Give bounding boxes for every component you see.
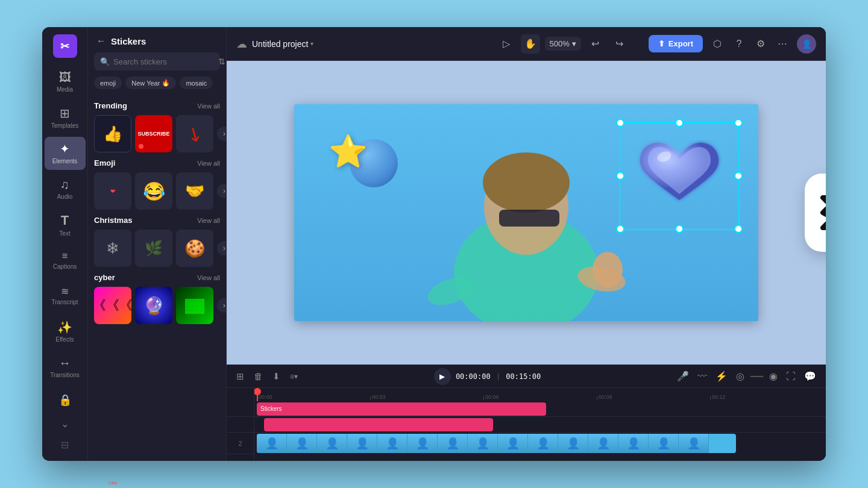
cyber-view-all[interactable]: View all [197, 274, 220, 281]
import-icon[interactable]: ⬇ [270, 369, 283, 384]
cyber-more-button[interactable]: › [217, 298, 226, 313]
sticker-gingerbread[interactable]: 🍪 [176, 230, 213, 267]
sticker-like[interactable]: 👍 Like [94, 115, 131, 152]
sidebar-label-elements: Elements [52, 158, 78, 164]
sticker-cyber1[interactable]: 《《《 [94, 287, 131, 324]
fullscreen-icon[interactable]: ⛶ [784, 369, 798, 384]
cursor-tool-button[interactable]: ▷ [497, 34, 516, 54]
sticker-feather[interactable]: ❄ [94, 230, 131, 267]
sidebar-item-media[interactable]: 🖼 Media [45, 65, 86, 98]
sticker-tree[interactable]: 🌿 [135, 230, 172, 267]
sticker-clip-1[interactable]: Stickers [257, 402, 546, 416]
comment-icon[interactable]: 💬 [802, 368, 819, 384]
video-filmstrip[interactable]: 👤 👤 👤 👤 👤 👤 👤 👤 👤 👤 👤 👤 [257, 434, 736, 453]
sticker-cyber2[interactable]: 🔮 [135, 287, 172, 324]
zoom-control[interactable]: 500% ▾ [545, 37, 581, 51]
film-frame-6: 👤 [407, 434, 438, 453]
speed-icon[interactable]: ◎ [734, 368, 747, 384]
sidebar-label-media: Media [57, 86, 73, 93]
film-frame-icon: 👤 [476, 437, 489, 450]
main-area: ☁ Untitled project ▾ ▷ ✋ 500% ▾ ↩ ↪ [227, 27, 826, 461]
grid-icon: ⊟ [61, 439, 69, 451]
export-label: Export [668, 39, 693, 48]
hand-tool-button[interactable]: ✋ [521, 34, 540, 54]
film-frame-8: 👤 [468, 434, 498, 453]
selection-border [619, 122, 740, 230]
sidebar-item-audio[interactable]: ♫ Audio [45, 172, 86, 205]
audio-wave-icon[interactable]: 〰 [695, 369, 709, 384]
logo-button[interactable]: ✂ [53, 34, 77, 58]
christmas-grid: ❄ 🌿 🍪 › [94, 230, 220, 267]
audio-eq-icon[interactable]: ⚡ [713, 368, 730, 384]
sticker-subscribe[interactable]: SUBSCRIBE [135, 115, 172, 152]
sticker-arrow[interactable]: ↘ [176, 115, 213, 152]
save-button[interactable]: ⬡ [708, 34, 727, 54]
trending-more-button[interactable]: › [217, 127, 226, 141]
emoji-more-button[interactable]: › [217, 184, 226, 198]
handle-bm[interactable] [675, 225, 684, 233]
tag-emoji[interactable]: emoji [94, 77, 122, 89]
handle-lm[interactable] [616, 172, 624, 180]
tag-newyear[interactable]: New Year 🔥 [125, 77, 176, 89]
sidebar-label-transitions: Transitions [50, 372, 80, 378]
handle-rm[interactable] [734, 172, 743, 180]
undo-button[interactable]: ↩ [586, 34, 605, 54]
christmas-more-button[interactable]: › [217, 241, 226, 255]
section-trending-header: Trending View all [94, 101, 220, 110]
sidebar-item-transitions[interactable]: ↔ Transitions [45, 351, 86, 384]
sticker-clip-2[interactable] [264, 418, 493, 431]
more-button[interactable]: ⋯ [773, 34, 792, 54]
sticker-heart-emoji[interactable]: ❤ [94, 172, 131, 210]
volume-slider[interactable]: ━━━ [750, 372, 763, 381]
user-avatar[interactable]: 👤 [797, 34, 816, 54]
sidebar-item-elements[interactable]: ✦ Elements [45, 137, 86, 170]
handle-bl[interactable] [616, 225, 624, 233]
sidebar-item-captions[interactable]: ≡ Captions [45, 243, 86, 277]
sticker-type-icon[interactable]: ≡▾ [288, 370, 300, 383]
search-input[interactable] [113, 57, 215, 66]
tag-mosaic[interactable]: mosaic [180, 77, 213, 89]
heart-sticker-container[interactable] [619, 122, 740, 230]
lock-button[interactable]: 🔒 [45, 389, 86, 412]
emoji-view-all[interactable]: View all [197, 160, 220, 167]
christmas-view-all[interactable]: View all [197, 217, 220, 224]
volume-icon[interactable]: ◉ [767, 368, 780, 384]
help-icon: ? [737, 39, 742, 49]
star-ball-sticker[interactable]: ⭐ [332, 130, 410, 196]
handle-tl[interactable] [616, 119, 624, 127]
play-button[interactable]: ▶ [434, 368, 451, 385]
sidebar-item-transcript[interactable]: ≋ Transcript [45, 279, 86, 312]
timeline-playhead[interactable] [257, 388, 258, 401]
handle-tr[interactable] [734, 119, 743, 127]
sidebar-item-templates[interactable]: ⊞ Templates [45, 101, 86, 134]
film-frame-icon: 👤 [627, 437, 640, 450]
sticker-cyber3[interactable]: ▓▓ [176, 287, 213, 324]
sidebar-label-captions: Captions [53, 263, 77, 270]
sidebar-item-effects[interactable]: ✨ Effects [45, 314, 86, 348]
sticker-laugh[interactable]: 😂 [135, 172, 172, 210]
ruler-label-2: 00:06 [485, 394, 499, 400]
film-frame-icon: 👤 [416, 437, 429, 450]
redo-button[interactable]: ↪ [610, 34, 629, 54]
filter-icon[interactable]: ⇅ [218, 57, 225, 66]
help-button[interactable]: ? [729, 34, 749, 54]
sidebar-item-text[interactable]: T Text [45, 208, 86, 241]
delete-track-icon[interactable]: 🗑 [251, 369, 265, 384]
settings-button[interactable]: ⚙ [751, 34, 770, 54]
project-name-button[interactable]: Untitled project ▾ [252, 39, 313, 49]
handle-br[interactable] [734, 225, 743, 233]
panel-title: Stickers [111, 36, 146, 46]
more-dots-icon: ⋯ [778, 38, 787, 49]
back-button[interactable]: ← [96, 36, 106, 46]
transcript-icon: ≋ [61, 286, 69, 297]
watermark-logo [805, 174, 826, 252]
mic-icon[interactable]: 🎤 [675, 368, 691, 384]
expand-sidebar-button[interactable]: ⌄ [45, 414, 86, 434]
search-icon: 🔍 [100, 57, 110, 66]
handle-tm[interactable] [675, 119, 684, 127]
trending-view-all[interactable]: View all [197, 102, 220, 110]
sticker-handshake[interactable]: 🤝 [176, 172, 213, 210]
export-button[interactable]: ⬆ Export [649, 35, 703, 52]
add-track-icon[interactable]: ⊞ [234, 369, 247, 384]
grid-icon-btn[interactable]: ⊟ [61, 436, 69, 454]
